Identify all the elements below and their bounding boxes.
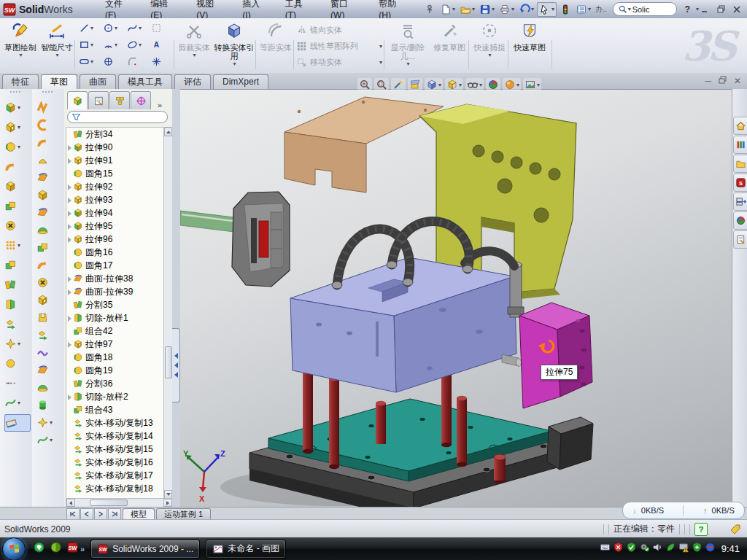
- tree-item[interactable]: 拉伸92: [66, 180, 163, 193]
- tree-item[interactable]: 拉伸95: [66, 219, 163, 233]
- quicklaunch-messenger[interactable]: [33, 541, 45, 556]
- tree-item[interactable]: 组合42: [66, 324, 163, 338]
- ltb1-tool-movecopy[interactable]: [4, 316, 29, 332]
- sketch-entity-arc[interactable]: ▾: [103, 39, 117, 50]
- scroll-thumb[interactable]: [165, 346, 172, 378]
- tray-gearcheck[interactable]: [639, 542, 650, 556]
- clamp-wedge-block[interactable]: [547, 417, 593, 470]
- expand-arrow-icon[interactable]: [68, 289, 71, 295]
- status-help-icon[interactable]: ?: [694, 523, 708, 536]
- bottom-tab-运动算例 1[interactable]: 运动算例 1: [156, 508, 211, 520]
- ltb2-tool-circlex[interactable]: [36, 274, 61, 290]
- search-box[interactable]: ▾: [613, 2, 677, 16]
- ltb2-tool-cubewin[interactable]: [36, 292, 61, 308]
- tree-item[interactable]: 圆角18: [66, 351, 163, 364]
- doc-restore-icon[interactable]: [719, 74, 727, 88]
- ltb2-tool-spline2[interactable]: ▾: [36, 432, 61, 448]
- tree-item[interactable]: 切除-放样2: [66, 390, 163, 403]
- headsup-wand-button[interactable]: [391, 78, 406, 91]
- expand-arrow-icon[interactable]: [68, 224, 71, 230]
- cursor-button[interactable]: ▾: [537, 2, 557, 17]
- search-input[interactable]: [631, 4, 672, 15]
- doc-close-icon[interactable]: ✕: [734, 74, 741, 88]
- tree-filter-box[interactable]: [67, 111, 168, 123]
- tab-曲面[interactable]: 曲面: [80, 74, 116, 89]
- tray-keyboard[interactable]: [600, 542, 611, 556]
- taskpane-palette-tab[interactable]: [733, 192, 747, 211]
- ltb1-tool-fillet[interactable]: ▾: [4, 139, 29, 155]
- taskbar-clock[interactable]: 9:41: [721, 543, 740, 554]
- ltb1-tool-star[interactable]: ▾: [4, 335, 29, 351]
- panel-collapse-handle[interactable]: [172, 328, 180, 402]
- tree-item[interactable]: 实体-移动/复制14: [66, 429, 163, 443]
- restore-icon[interactable]: [715, 4, 727, 15]
- tab-评估[interactable]: 评估: [174, 74, 211, 89]
- ltb2-tool-arcC[interactable]: [36, 117, 61, 133]
- sketch-entity-textA[interactable]: A: [151, 39, 162, 50]
- tree-item[interactable]: 切除-放样1: [66, 311, 163, 324]
- close-icon[interactable]: [731, 4, 743, 15]
- tree-tab-dimxtab[interactable]: [131, 91, 151, 109]
- tree-item[interactable]: 实体-移动/复制13: [66, 416, 163, 429]
- headsup-sphere-button[interactable]: [486, 78, 500, 91]
- sketch-entity-slot[interactable]: ▾: [79, 56, 93, 67]
- tray-shieldred[interactable]: [613, 542, 624, 556]
- quicklaunch-ballqq[interactable]: [50, 541, 62, 556]
- expand-arrow-icon[interactable]: [68, 394, 71, 400]
- scroll-thumb[interactable]: [90, 499, 128, 506]
- sketch-entity-circle[interactable]: ▾: [103, 23, 117, 34]
- tree-item[interactable]: 实体-移动/复制16: [66, 456, 163, 469]
- headsup-zoomfit-button[interactable]: [357, 78, 372, 91]
- dropdown-arrow-icon[interactable]: ▾: [452, 6, 455, 12]
- cmd-镜向实体[interactable]: 镜向实体: [296, 23, 382, 37]
- ltb2-tool-surface[interactable]: [36, 169, 61, 185]
- tree-item[interactable]: 圆角19: [66, 364, 163, 377]
- ltb2-tool-shell[interactable]: [36, 309, 61, 325]
- ltb2-tool-movecopy[interactable]: [36, 327, 61, 343]
- tree-item[interactable]: 实体-移动/复制18: [66, 482, 163, 495]
- ltb2-tool-elbow[interactable]: [36, 134, 61, 150]
- expand-arrow-icon[interactable]: [68, 198, 71, 203]
- ltb1-tool-cutloft[interactable]: [4, 296, 29, 312]
- scroll-left-icon[interactable]: [66, 499, 75, 507]
- ltb1-tool-elbow[interactable]: [4, 158, 29, 174]
- graphics-viewport[interactable]: Y Z X 拉伸75: [180, 89, 732, 508]
- ltb1-tool-extrude3d[interactable]: ▾: [4, 99, 29, 115]
- taskpane-folder-tab[interactable]: [733, 155, 747, 173]
- tree-item[interactable]: 实体-移动/复制17: [66, 469, 163, 482]
- ltb1-tool-dots[interactable]: ▾: [4, 237, 29, 253]
- ltb2-tool-combine[interactable]: [36, 239, 61, 255]
- nav-next-button[interactable]: [94, 508, 107, 520]
- tray-shieldplus[interactable]: [692, 542, 703, 556]
- expand-arrow-icon[interactable]: [68, 145, 71, 151]
- toolbar-grip[interactable]: [10, 91, 20, 96]
- tree-tabs-overflow[interactable]: »: [158, 101, 162, 109]
- dropdown-arrow-icon[interactable]: ▾: [472, 6, 475, 12]
- tree-tab-featuretab[interactable]: [67, 91, 88, 109]
- help-button[interactable]: ?: [681, 4, 694, 15]
- ltb2-tool-cube[interactable]: [36, 187, 61, 203]
- tab-草图[interactable]: 草图: [41, 74, 77, 89]
- headsup-sphere2-button[interactable]: ▾: [503, 78, 521, 91]
- taskpane-sphere-tab[interactable]: [733, 211, 747, 230]
- ltb2-tool-star[interactable]: ▾: [36, 414, 61, 430]
- tab-特征[interactable]: 特征: [2, 74, 39, 89]
- minimize-icon[interactable]: [699, 4, 711, 15]
- quicklaunch-swcube[interactable]: SW: [66, 541, 79, 556]
- ltb2-tool-dome[interactable]: [36, 222, 61, 238]
- sketch-entity-ellipse[interactable]: ▾: [127, 39, 142, 50]
- newdoc-button[interactable]: ▾: [438, 3, 457, 16]
- ltb2-tool-elbow[interactable]: [36, 257, 61, 273]
- tree-item[interactable]: 拉伸93: [66, 193, 163, 206]
- headsup-glasses-button[interactable]: ▾: [465, 78, 484, 91]
- scroll-up-icon[interactable]: [164, 128, 172, 136]
- ltb1-tool-measure[interactable]: [4, 414, 31, 432]
- tree-item[interactable]: 圆角15: [66, 167, 163, 180]
- tree-item[interactable]: 圆角16: [66, 246, 163, 259]
- cmd-智能尺寸[interactable]: 智能尺寸▾: [39, 20, 74, 71]
- nozzle-clamp-section[interactable]: [232, 192, 290, 287]
- dropdown-arrow-icon[interactable]: ▾: [492, 6, 495, 12]
- pin-button[interactable]: [422, 3, 437, 16]
- traffic-button[interactable]: [558, 3, 573, 16]
- tree-item[interactable]: 圆角17: [66, 259, 163, 272]
